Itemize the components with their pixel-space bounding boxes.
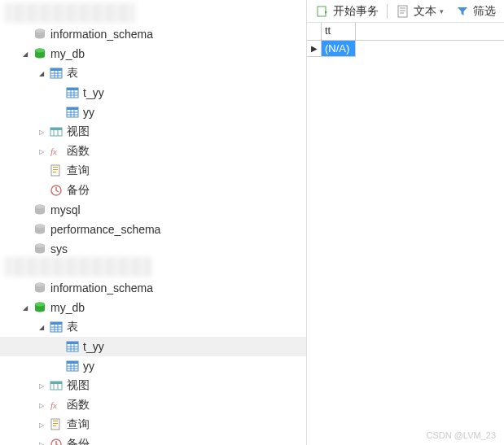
svg-rect-29	[53, 169, 58, 170]
folder-label: 表	[67, 320, 78, 334]
table-label: yy	[83, 106, 94, 119]
svg-point-35	[35, 225, 45, 229]
folder-label: 函数	[67, 144, 90, 159]
expander-icon[interactable]	[36, 126, 47, 137]
button-label: 开始事务	[333, 4, 379, 19]
function-icon: fx	[49, 144, 64, 159]
table-t-yy-2[interactable]: t_yy	[0, 337, 306, 356]
query-icon	[49, 164, 64, 178]
folder-label: 表	[67, 66, 78, 81]
tables-folder-2[interactable]: 表	[0, 317, 306, 337]
svg-rect-43	[50, 322, 62, 325]
expander-icon	[20, 224, 31, 235]
folder-label: 查询	[67, 164, 90, 178]
filter-icon	[455, 4, 470, 19]
folder-label: 函数	[67, 398, 90, 412]
watermark: CSDN @LVM_23	[426, 430, 496, 440]
database-my-db[interactable]: my_db	[0, 44, 306, 63]
table-label: t_yy	[83, 340, 104, 353]
queries-folder[interactable]: 查询	[0, 161, 306, 181]
expander-icon[interactable]	[36, 321, 47, 333]
expander-spacer	[36, 165, 47, 177]
button-label: 筛选	[473, 4, 496, 19]
database-mysql[interactable]: mysql	[0, 200, 306, 220]
database-my-db-2[interactable]: my_db	[0, 298, 306, 317]
backups-folder[interactable]: 备份	[0, 181, 306, 200]
function-icon: fx	[49, 398, 64, 412]
svg-rect-49	[67, 342, 78, 344]
table-icon	[65, 339, 80, 354]
view-icon	[49, 378, 64, 393]
connection-node-blurred	[5, 3, 135, 23]
database-icon	[33, 222, 47, 237]
svg-point-39	[35, 283, 45, 287]
expander-icon[interactable]	[36, 380, 47, 391]
data-cell[interactable]: (N/A)	[322, 41, 356, 57]
svg-point-33	[35, 205, 45, 209]
button-label: 文本	[414, 4, 436, 19]
table-yy-2[interactable]: yy	[0, 356, 306, 376]
database-icon	[33, 203, 47, 217]
expander-icon[interactable]	[20, 302, 31, 313]
database-label: information_schema	[50, 28, 153, 41]
svg-point-41	[35, 303, 45, 307]
database-label: performance_schema	[50, 223, 160, 236]
expander-icon	[20, 243, 31, 255]
svg-point-37	[35, 244, 45, 248]
backup-icon	[49, 183, 64, 198]
expander-spacer	[52, 107, 64, 118]
column-header-tt[interactable]: tt	[322, 23, 356, 40]
expander-icon[interactable]	[36, 419, 47, 430]
toolbar-separator	[387, 4, 388, 19]
backups-folder-2[interactable]: 备份	[0, 434, 306, 445]
svg-rect-5	[50, 68, 62, 71]
database-sys[interactable]: sys	[0, 239, 306, 259]
functions-folder[interactable]: fx 函数	[0, 142, 306, 161]
svg-rect-55	[67, 361, 78, 364]
table-yy[interactable]: yy	[0, 103, 306, 122]
queries-folder-2[interactable]: 查询	[0, 415, 306, 434]
database-performance-schema[interactable]: performance_schema	[0, 220, 306, 239]
database-label: my_db	[50, 301, 85, 314]
table-icon	[65, 85, 80, 100]
folder-label: 视图	[67, 124, 90, 139]
expander-icon[interactable]	[36, 438, 47, 445]
expander-spacer	[52, 87, 64, 98]
view-icon	[49, 124, 64, 139]
table-icon	[49, 66, 64, 81]
table-icon	[65, 105, 80, 120]
svg-text:fx: fx	[50, 400, 57, 410]
svg-rect-27	[51, 165, 59, 176]
tables-folder[interactable]: 表	[0, 63, 306, 83]
database-icon	[33, 300, 47, 315]
data-panel: 开始事务 文本 ▾ 筛选 tt ▶ (N/A)	[307, 0, 504, 445]
filter-button[interactable]: 筛选	[450, 2, 501, 20]
data-grid-row[interactable]: ▶ (N/A)	[307, 41, 504, 57]
table-t-yy[interactable]: t_yy	[0, 83, 306, 103]
expander-spacer	[52, 341, 64, 352]
svg-rect-11	[67, 88, 78, 90]
expander-icon[interactable]	[36, 399, 47, 411]
database-information-schema-2[interactable]: information_schema	[0, 278, 306, 298]
expander-spacer	[52, 360, 64, 372]
database-information-schema[interactable]: information_schema	[0, 24, 306, 44]
expander-icon[interactable]	[36, 146, 47, 157]
data-toolbar: 开始事务 文本 ▾ 筛选	[307, 0, 504, 23]
functions-folder-2[interactable]: fx 函数	[0, 395, 306, 415]
expander-icon[interactable]	[20, 48, 31, 59]
views-folder[interactable]: 视图	[0, 122, 306, 142]
folder-label: 查询	[67, 417, 90, 432]
svg-rect-23	[50, 128, 62, 130]
connection-node-blurred	[5, 257, 151, 277]
backup-icon	[49, 437, 64, 445]
table-label: t_yy	[83, 86, 104, 99]
database-icon	[33, 281, 47, 295]
expander-icon[interactable]	[36, 68, 47, 79]
text-icon	[396, 4, 410, 19]
svg-point-1	[35, 29, 45, 33]
begin-transaction-button[interactable]: 开始事务	[310, 2, 383, 20]
svg-rect-71	[398, 6, 407, 17]
text-button[interactable]: 文本 ▾	[391, 2, 449, 20]
svg-point-3	[35, 49, 45, 53]
views-folder-2[interactable]: 视图	[0, 376, 306, 395]
